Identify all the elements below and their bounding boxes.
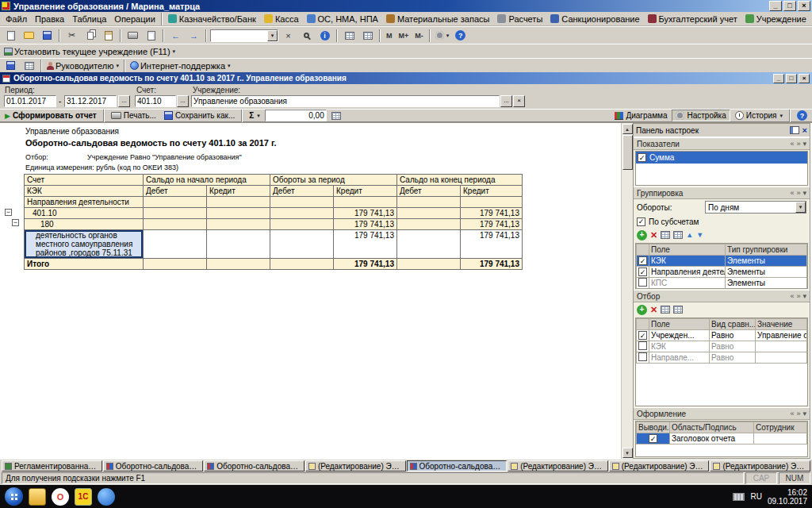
add-icon[interactable]: + [637, 305, 647, 315]
manager-menu-button[interactable]: Руководителю ▾ [45, 58, 121, 73]
chevron-down-icon[interactable]: ▾ [802, 140, 806, 148]
period-picker-button[interactable]: ... [118, 95, 130, 107]
print-report-button[interactable]: Печать... [108, 110, 159, 121]
section-formatting[interactable]: Оформление « » ▾ [634, 407, 810, 420]
menu-fixed-assets[interactable]: ОС, НМА, НПА [303, 13, 382, 25]
collapse-group-button[interactable]: − [5, 209, 12, 216]
minimize-button[interactable]: _ [769, 1, 782, 11]
report-vertical-scrollbar[interactable]: ▲ ▼ [621, 123, 633, 459]
account-input[interactable] [135, 95, 176, 107]
menu-table[interactable]: Таблица [68, 13, 110, 25]
section-grouping[interactable]: Группировка « » ▾ [634, 187, 810, 199]
window-tab[interactable]: Оборотно-сальдовая ведом... [103, 460, 204, 471]
window-tab[interactable]: Регламентированная бухга... [2, 460, 102, 471]
cut-button[interactable]: ✂ [63, 28, 80, 43]
panel-icon[interactable] [790, 126, 799, 134]
row-checkbox[interactable] [638, 341, 647, 350]
grid-icon[interactable] [661, 306, 670, 314]
delete-icon[interactable]: ✕ [650, 230, 657, 241]
panel-close-button[interactable]: × [802, 125, 807, 135]
memory-add-button[interactable]: M+ [396, 29, 412, 42]
doc-restore-button[interactable]: □ [786, 74, 797, 83]
turnover-combobox[interactable]: По дням ▾ [705, 201, 806, 214]
print-button[interactable] [124, 28, 141, 43]
collapse-left-icon[interactable]: « [790, 189, 794, 197]
sum-field[interactable] [265, 110, 327, 121]
grid-view-button[interactable] [341, 28, 358, 43]
doc-close-button[interactable]: × [799, 74, 810, 83]
section-indicators[interactable]: Показатели « » ▾ [634, 137, 810, 150]
new-document-button[interactable] [2, 28, 19, 43]
menu-file[interactable]: Файл [2, 13, 31, 25]
scroll-down-button[interactable]: ▼ [622, 448, 633, 458]
collapse-right-icon[interactable]: » [796, 140, 800, 148]
services-button[interactable]: ▾ [434, 28, 451, 43]
memory-recall-button[interactable]: M [384, 29, 395, 42]
menu-institution[interactable]: Учреждение [741, 13, 810, 25]
chevron-down-icon[interactable]: ▾ [802, 410, 806, 418]
diagram-button[interactable]: Диаграмма [611, 110, 670, 121]
redo-button[interactable]: → [186, 28, 202, 43]
grid-icon[interactable] [661, 231, 670, 239]
grid-row[interactable]: КЭК Элементы [637, 256, 807, 267]
collapse-left-icon[interactable]: « [790, 140, 794, 148]
grid-row[interactable]: Заголовок отчета [637, 433, 807, 444]
grid-icon[interactable] [673, 306, 683, 314]
print-preview-button[interactable] [143, 28, 159, 43]
institution-input[interactable] [191, 95, 500, 107]
grid-icon[interactable] [673, 231, 683, 239]
language-indicator[interactable]: RU [750, 492, 761, 501]
menu-inventory[interactable]: Материальные запасы [382, 13, 494, 25]
find-button[interactable] [298, 28, 315, 43]
collapse-right-icon[interactable]: » [796, 410, 800, 418]
table-row-selected[interactable]: деятельность органов местного самоуправл… [25, 230, 523, 259]
quick-value-combobox[interactable]: ▾ [210, 29, 278, 42]
save-button[interactable] [39, 28, 56, 43]
chevron-down-icon[interactable]: ▾ [802, 292, 806, 300]
sum-checkbox[interactable] [638, 153, 646, 162]
row-checkbox[interactable] [638, 331, 647, 340]
row-checkbox[interactable] [638, 352, 647, 361]
start-button[interactable] [5, 487, 23, 506]
chevron-down-icon[interactable]: ▾ [795, 202, 806, 213]
1c-taskbar-icon[interactable]: 1С [75, 488, 92, 506]
institution-clear-button[interactable]: × [513, 95, 525, 107]
menu-treasury[interactable]: Казначейство/Банк [164, 13, 260, 25]
row-checkbox[interactable] [638, 256, 647, 265]
move-up-icon[interactable]: ▲ [686, 231, 693, 239]
move-down-icon[interactable]: ▼ [696, 231, 703, 239]
memory-subtract-button[interactable]: M- [412, 29, 426, 42]
window-tab[interactable]: Оборотно-сальдовая ведом... [204, 460, 304, 471]
open-button[interactable] [21, 28, 37, 43]
clear-value-button[interactable]: × [280, 28, 297, 43]
tree-view-button[interactable] [359, 28, 376, 43]
collapse-left-icon[interactable]: « [790, 292, 794, 300]
menu-edit[interactable]: Правка [31, 13, 68, 25]
save-as-button[interactable]: Сохранить как... [161, 110, 238, 121]
subaccounts-checkbox[interactable] [637, 217, 645, 226]
grid-row[interactable]: Учрежден... Равно Управление о... [637, 330, 807, 341]
table-total-row[interactable]: Итого 179 741,13 179 741,13 [25, 259, 523, 270]
undo-button[interactable]: ← [167, 28, 184, 43]
table-row[interactable]: 180 179 741,13 179 741,13 [25, 219, 523, 230]
window-tab[interactable]: (Редактирование) Экземпл... [710, 460, 810, 471]
window-tab[interactable]: (Редактирование) Экземпл... [609, 460, 710, 471]
window-tab-active[interactable]: Оборотно-сальдовая ведом... [407, 460, 508, 471]
indicator-item-sum[interactable]: Сумма [636, 152, 807, 164]
row-checkbox[interactable] [638, 267, 647, 276]
account-picker-button[interactable]: ... [177, 95, 189, 107]
subaccounts-setting-row[interactable]: По субсчетам [634, 215, 810, 228]
collapse-right-icon[interactable]: » [796, 292, 800, 300]
info-button[interactable]: i [316, 28, 333, 43]
institution-picker-button[interactable]: ... [500, 95, 512, 107]
internet-support-button[interactable]: Интернет-поддержка ▾ [128, 58, 232, 73]
table-row[interactable]: 401.10 179 741,13 179 741,13 [25, 208, 523, 219]
help-button[interactable]: ? [452, 28, 469, 43]
app-taskbar-icon[interactable] [98, 488, 115, 506]
scroll-up-button[interactable]: ▲ [622, 124, 633, 134]
grid-row[interactable]: КЭК Равно [637, 341, 807, 352]
grid-row[interactable]: Направления деятел... Элементы [637, 267, 807, 278]
window-tab[interactable]: (Редактирование) Экземпл... [508, 460, 608, 471]
grid-row[interactable]: КПС Элементы [637, 278, 807, 289]
menu-operations[interactable]: Операции [110, 13, 159, 25]
